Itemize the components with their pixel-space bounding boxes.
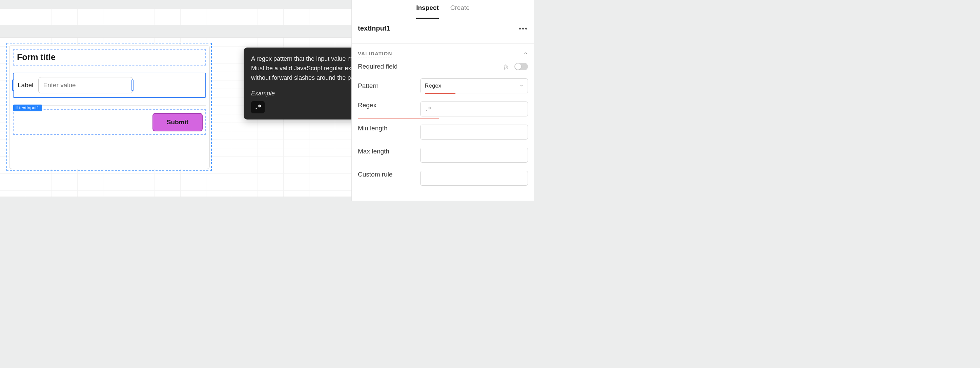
min-length-input[interactable]: [420, 125, 528, 139]
prop-pattern: Pattern Regex: [352, 74, 534, 98]
prop-label: Max length: [358, 148, 389, 156]
regex-placeholder: .*: [425, 106, 431, 112]
fx-button[interactable]: fx: [504, 63, 508, 70]
component-tag[interactable]: textInput1: [13, 104, 42, 111]
prop-min-length: Min length: [352, 120, 534, 144]
required-toggle[interactable]: [514, 63, 528, 70]
prop-label: Min length: [358, 125, 388, 133]
resize-handle-right[interactable]: [132, 80, 134, 91]
chevron-down-icon: [519, 83, 523, 89]
regex-input[interactable]: .*: [420, 101, 528, 117]
text-input-row[interactable]: Label: [13, 73, 206, 98]
prop-label: Custom rule: [358, 171, 392, 179]
highlight-underline: [358, 118, 439, 118]
tab-create[interactable]: Create: [450, 4, 470, 19]
form-title: Form title: [17, 52, 202, 62]
section-title: VALIDATION: [358, 51, 392, 58]
divider: [13, 69, 206, 69]
form-title-box[interactable]: Form title: [13, 49, 206, 66]
input-label: Label: [18, 82, 33, 89]
component-name: textInput1: [358, 24, 390, 32]
highlight-underline: [425, 93, 455, 94]
grid-strip: [0, 8, 369, 25]
panel-header: textInput1 •••: [352, 19, 534, 37]
max-length-input[interactable]: [420, 148, 528, 163]
tab-inspect[interactable]: Inspect: [416, 4, 439, 19]
text-input[interactable]: [38, 77, 133, 93]
more-menu-icon[interactable]: •••: [519, 25, 528, 32]
panel-tabs: Inspect Create: [352, 0, 534, 19]
prop-label: Pattern: [358, 82, 417, 90]
pattern-value: Regex: [425, 83, 441, 89]
chevron-up-icon[interactable]: [523, 51, 528, 57]
prop-required-field: Required field fx: [352, 59, 534, 74]
pattern-select[interactable]: Regex: [420, 78, 528, 93]
prop-max-length: Max length: [352, 144, 534, 167]
custom-rule-input[interactable]: [420, 171, 528, 186]
prop-label: Regex: [358, 101, 377, 110]
submit-button[interactable]: Submit: [153, 113, 203, 131]
input-area: Label: [18, 77, 133, 93]
submit-row-outline[interactable]: Submit: [13, 109, 206, 135]
prop-regex: Regex .*: [352, 98, 534, 120]
inspector-panel: Inspect Create textInput1 ••• VALIDATION…: [352, 0, 534, 201]
resize-handle-left[interactable]: [12, 80, 14, 91]
section-validation-header[interactable]: VALIDATION: [352, 44, 534, 59]
tooltip-example-code: .*: [251, 101, 265, 114]
prop-custom-rule: Custom rule: [352, 167, 534, 190]
prop-label: Required field: [358, 63, 501, 70]
